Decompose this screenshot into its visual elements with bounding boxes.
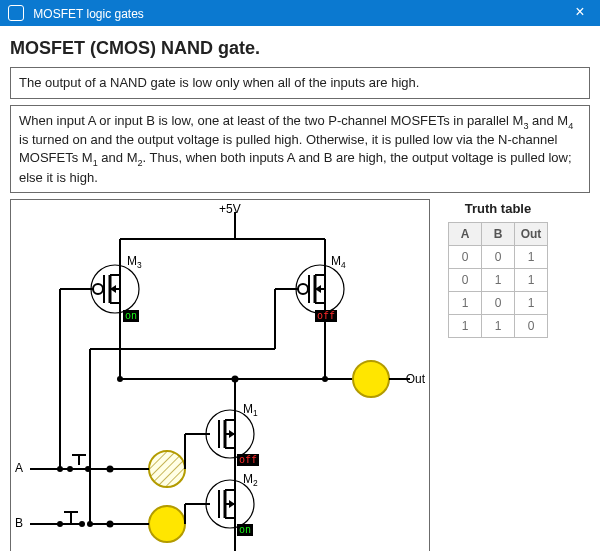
m1-state: off — [237, 454, 259, 466]
explainer-box: When input A or input B is low, one at l… — [10, 105, 590, 194]
svg-point-79 — [57, 466, 63, 472]
tt-col: B — [482, 223, 515, 246]
m3-state: on — [123, 310, 139, 322]
table-row: 011 — [449, 269, 548, 292]
svg-point-19 — [298, 284, 308, 294]
input-b-label: B — [15, 516, 23, 530]
truth-table-title: Truth table — [448, 201, 548, 216]
switch-b[interactable] — [57, 512, 85, 527]
tt-col: Out — [515, 223, 548, 246]
window-title: MOSFET logic gates — [33, 7, 143, 21]
input-b-lamp — [149, 506, 185, 542]
svg-point-80 — [87, 521, 93, 527]
tt-col: A — [449, 223, 482, 246]
m4-state: off — [315, 310, 337, 322]
table-row: 110 — [449, 315, 548, 338]
m2-label: M2 — [243, 472, 258, 488]
summary-box: The output of a NAND gate is low only wh… — [10, 67, 590, 99]
page-title: MOSFET (CMOS) NAND gate. — [10, 38, 590, 59]
svg-point-9 — [93, 284, 103, 294]
m1-label: M1 — [243, 402, 258, 418]
input-a-label: A — [15, 461, 23, 475]
table-row: 101 — [449, 292, 548, 315]
svg-point-65 — [85, 466, 91, 472]
truth-table: ABOut 001011101110 — [448, 222, 548, 338]
m3-label: M3 — [127, 254, 142, 270]
output-label: Out — [406, 372, 425, 386]
svg-point-81 — [117, 376, 123, 382]
close-button[interactable]: × — [560, 0, 600, 26]
table-row: 001 — [449, 246, 548, 269]
circuit-diagram: +5V 0V A B Out M3 M4 M1 M2 on off off on — [15, 204, 425, 551]
m2-state: on — [237, 524, 253, 536]
output-lamp — [353, 361, 389, 397]
diagram-frame: +5V 0V A B Out M3 M4 M1 M2 on off off on — [10, 199, 430, 551]
app-icon — [8, 5, 24, 21]
svg-point-64 — [67, 466, 73, 472]
circuit-svg — [15, 204, 425, 551]
m4-label: M4 — [331, 254, 346, 270]
truth-table-panel: Truth table ABOut 001011101110 — [448, 199, 548, 338]
svg-point-82 — [322, 376, 328, 382]
input-a-lamp — [149, 451, 185, 487]
rail-top-label: +5V — [219, 202, 241, 216]
window-titlebar: MOSFET logic gates × — [0, 0, 600, 26]
